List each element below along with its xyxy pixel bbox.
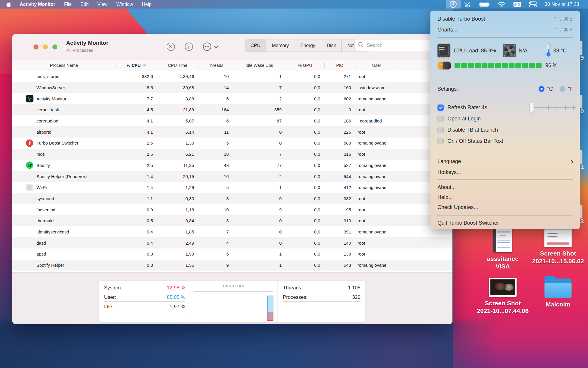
menu-item-language[interactable]: Language ›	[437, 156, 573, 167]
process-row[interactable]: sysmond1,10,30300,0332root	[12, 193, 452, 204]
process-row[interactable]: coreaudiod4,15,076870,0186_coreaudiod	[12, 115, 452, 127]
cell-process-name: apsd	[12, 248, 116, 260]
fahrenheit-radio[interactable]	[559, 86, 565, 92]
cell-cpu: 1,4	[116, 182, 157, 193]
cell-pid: 527	[324, 160, 355, 171]
process-row[interactable]: Spotify Helper0,31,55910,0543romaingiova…	[12, 260, 452, 271]
wifi-menu-extra[interactable]	[494, 0, 509, 9]
desktop-icon-malcolm-folder[interactable]: Malcolm	[540, 276, 576, 308]
slider-thumb[interactable]	[529, 103, 534, 112]
zoom-button[interactable]	[52, 44, 57, 49]
menubar-app-name[interactable]: Activity Monitor	[20, 2, 55, 7]
menubar-item-file[interactable]: File	[64, 2, 72, 7]
checkbox-icon[interactable]	[437, 138, 444, 144]
column-pid[interactable]: PID	[324, 60, 355, 71]
desktop-icon-screenshot-2[interactable]: Screen Shot 2021-10...07.44.06	[475, 278, 530, 315]
cell-user: root	[355, 126, 398, 137]
minimize-button[interactable]	[43, 44, 48, 49]
tab-disk[interactable]: Disk	[321, 39, 342, 52]
more-options-chevron[interactable]	[213, 42, 219, 52]
battery-menu-extra[interactable]	[475, 0, 494, 9]
desktop-icon-screenshot-1[interactable]: Screen Shot 2021-10...15.06.02	[532, 229, 584, 265]
temperature-text: 38 °C	[553, 48, 567, 54]
scissors-menu-extra[interactable]	[461, 0, 475, 9]
checkbox-open-at-login[interactable]: Open at Login	[437, 113, 573, 124]
checkbox-icon[interactable]	[437, 127, 444, 133]
menubar-item-help[interactable]: Help	[142, 2, 152, 7]
control-center-menu-extra[interactable]	[525, 0, 541, 9]
search-input[interactable]	[366, 42, 439, 49]
menubar-item-edit[interactable]: Edit	[81, 2, 89, 7]
checkbox-icon[interactable]	[437, 116, 444, 122]
input-menu-extra[interactable]: ⌘	[509, 0, 525, 9]
menubar-clock[interactable]: 30 Nov at 17:23	[541, 2, 588, 7]
checkbox-status-bar-text[interactable]: On / Off Status Bar Text	[437, 135, 573, 147]
apple-menu[interactable]	[6, 0, 11, 9]
desktop-icon-assistance-visa[interactable]: asssitance VISA	[479, 229, 526, 270]
column-threads[interactable]: Threads	[198, 60, 233, 71]
column-cpu[interactable]: % CPU	[116, 60, 157, 71]
turbo-boost-menu-extra[interactable]	[446, 0, 461, 9]
process-row[interactable]: mds_stores332,64:39,461010,0271root	[12, 71, 452, 82]
search-field[interactable]	[354, 39, 442, 51]
menu-item-check-updates[interactable]: Check Updates...	[437, 202, 573, 212]
process-row[interactable]: kernel_task4,521,891643590,00root	[12, 104, 452, 115]
cpu-load-system-bar	[267, 312, 273, 321]
process-row[interactable]: Spotify2,511,3543770,0527romaingiovane	[12, 160, 452, 171]
desktop: 9 0 1 3 asssitance VISA Screen Shot 2021…	[0, 0, 588, 368]
close-button[interactable]	[34, 44, 39, 49]
celsius-radio[interactable]	[539, 86, 544, 92]
menubar-item-view[interactable]: View	[97, 2, 107, 7]
process-row[interactable]: identityservicesd0,41,85700,0391romaingi…	[12, 226, 452, 238]
column-idle-wake-ups[interactable]: Idle Wake Ups	[233, 60, 286, 71]
process-row[interactable]: mds2,56,211070,0116root	[12, 149, 452, 160]
cell-time: 21,89	[157, 104, 198, 115]
menu-item-quit[interactable]: Quit Turbo Boost Switcher	[437, 218, 573, 228]
column-cpu-time[interactable]: CPU Time	[157, 60, 198, 71]
menu-item-help[interactable]: Help...	[437, 192, 573, 202]
cpu-percent-section: System:12,98 % User:85,05 % Idle:1,97 %	[99, 281, 190, 322]
more-options-icon	[203, 42, 212, 52]
column-user[interactable]: User	[355, 60, 398, 71]
more-options-button[interactable]	[202, 42, 212, 52]
refresh-rate-slider[interactable]	[529, 103, 576, 112]
process-row[interactable]: Wi-Fi1,41,29510,0412romaingiovane	[12, 182, 452, 193]
menu-separator	[437, 96, 573, 96]
process-row[interactable]: Spotify Helper (Renderer)1,420,151620,05…	[12, 171, 452, 182]
menu-separator	[437, 153, 573, 153]
process-row[interactable]: dasd0,42,49400,0140root	[12, 237, 452, 248]
cell-user: _windowserver	[355, 82, 398, 93]
cpu-load-title: CPU LOAD	[190, 284, 278, 288]
process-row[interactable]: fseventsd0,91,181090,095root	[12, 204, 452, 215]
tab-energy[interactable]: Energy	[295, 39, 321, 52]
thermometer-icon	[545, 43, 552, 59]
process-row[interactable]: WindowServer8,539,681470,0160_windowserv…	[12, 82, 452, 93]
cell-threads: 5	[198, 182, 233, 193]
cell-threads: 3	[198, 193, 233, 204]
menu-item-hotkeys[interactable]: Hotkeys...	[437, 167, 573, 178]
inspect-button[interactable]	[184, 42, 193, 52]
cell-idle: 1	[233, 182, 286, 193]
cell-user: romaingiovane	[355, 171, 398, 182]
cell-process-name: thermald	[12, 215, 116, 226]
column-process-name[interactable]: Process Name	[12, 60, 116, 71]
menubar-item-window[interactable]: Window	[116, 2, 133, 7]
cell-gpu: 0,0	[286, 160, 324, 171]
process-row[interactable]: Activity Monitor7,73,88620,0602romaingio…	[12, 93, 452, 104]
menu-separator	[437, 37, 573, 38]
column-gpu[interactable]: % GPU	[286, 60, 324, 71]
quit-process-button[interactable]	[166, 42, 175, 52]
spotify-icon	[26, 161, 34, 169]
chevron-down-icon	[214, 44, 218, 50]
tab-cpu[interactable]: CPU	[245, 39, 266, 52]
process-row[interactable]: Turbo Boost Switcher2,61,30500,0589romai…	[12, 137, 452, 149]
tab-memory[interactable]: Memory	[266, 39, 295, 52]
process-row[interactable]: airportd4,16,141100,0226root	[12, 126, 452, 137]
checkbox-disable-tb-at-launch[interactable]: Disable TB at Launch	[437, 124, 573, 135]
checkbox-icon[interactable]	[437, 105, 444, 111]
menu-item-charts[interactable]: Charts... ⌃⇧⌘P	[437, 24, 573, 35]
menu-item-about[interactable]: About...	[437, 182, 573, 192]
process-row[interactable]: thermald0,50,84300,0310root	[12, 215, 452, 226]
process-row[interactable]: apsd0,31,99510,0130root	[12, 248, 452, 260]
menu-item-disable-turbo-boost[interactable]: Disable Turbo Boost ⌃⇧⌘E	[437, 14, 573, 24]
